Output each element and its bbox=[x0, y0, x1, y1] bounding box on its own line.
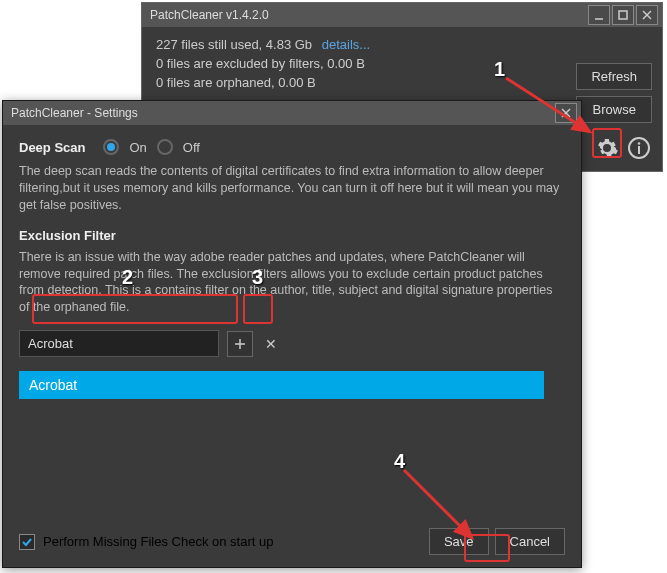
startup-label: Perform Missing Files Check on start up bbox=[43, 534, 273, 549]
settings-button[interactable] bbox=[594, 135, 620, 161]
exclusion-input[interactable] bbox=[19, 330, 219, 357]
settings-window: PatchCleaner - Settings Deep Scan On Off… bbox=[2, 100, 582, 568]
minimize-button[interactable] bbox=[588, 5, 610, 25]
svg-rect-1 bbox=[619, 11, 627, 19]
deep-scan-label: Deep Scan bbox=[19, 140, 85, 155]
info-icon bbox=[627, 136, 651, 160]
close-icon bbox=[560, 107, 572, 119]
main-titlebar: PatchCleaner v1.4.2.0 bbox=[142, 3, 662, 27]
status-orphaned: 0 files are orphaned, 0.00 B bbox=[156, 75, 648, 90]
maximize-button[interactable] bbox=[612, 5, 634, 25]
status-excluded: 0 files are excluded by filters, 0.00 B bbox=[156, 56, 648, 71]
details-link[interactable]: details... bbox=[322, 37, 370, 52]
maximize-icon bbox=[617, 9, 629, 21]
status-used: 227 files still used, 4.83 Gb details... bbox=[156, 37, 648, 52]
clear-filter-button[interactable]: ✕ bbox=[261, 332, 281, 356]
off-label: Off bbox=[183, 140, 200, 155]
settings-titlebar: PatchCleaner - Settings bbox=[3, 101, 581, 125]
check-icon bbox=[21, 536, 33, 548]
refresh-button[interactable]: Refresh bbox=[576, 63, 652, 90]
close-button[interactable] bbox=[636, 5, 658, 25]
deep-scan-on-radio[interactable] bbox=[103, 139, 119, 155]
on-label: On bbox=[129, 140, 146, 155]
browse-button[interactable]: Browse bbox=[576, 96, 652, 123]
svg-rect-6 bbox=[638, 146, 640, 154]
svg-point-5 bbox=[638, 142, 641, 145]
save-button[interactable]: Save bbox=[429, 528, 489, 555]
close-icon bbox=[641, 9, 653, 21]
minimize-icon bbox=[593, 9, 605, 21]
cancel-button[interactable]: Cancel bbox=[495, 528, 565, 555]
exclusion-filter-description: There is an issue with the way adobe rea… bbox=[19, 249, 565, 317]
deep-scan-description: The deep scan reads the contents of digi… bbox=[19, 163, 565, 214]
settings-title: PatchCleaner - Settings bbox=[11, 106, 138, 120]
exclusion-filter-label: Exclusion Filter bbox=[19, 228, 565, 243]
deep-scan-off-radio[interactable] bbox=[157, 139, 173, 155]
startup-checkbox[interactable] bbox=[19, 534, 35, 550]
add-filter-button[interactable] bbox=[227, 331, 253, 357]
info-button[interactable] bbox=[626, 135, 652, 161]
gear-icon bbox=[595, 136, 619, 160]
settings-close-button[interactable] bbox=[555, 103, 577, 123]
filter-list-item[interactable]: Acrobat bbox=[19, 371, 544, 399]
plus-icon bbox=[234, 338, 246, 350]
main-title: PatchCleaner v1.4.2.0 bbox=[150, 8, 269, 22]
